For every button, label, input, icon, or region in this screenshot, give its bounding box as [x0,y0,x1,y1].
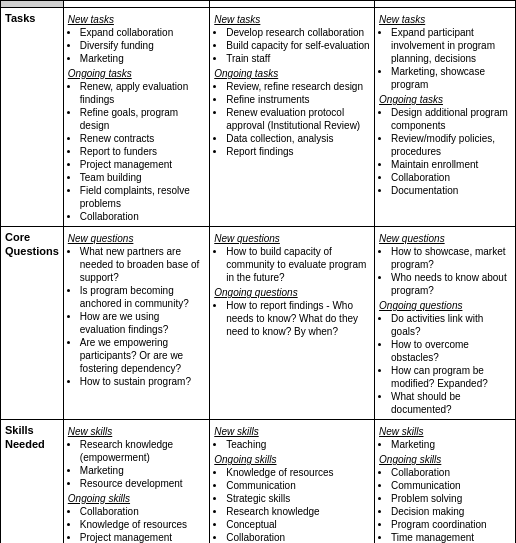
list-item: Diversify funding [80,39,205,52]
list-item: Review, refine research design [226,80,370,93]
cell-content: New skillsMarketingOngoing skillsCollabo… [379,425,511,543]
col-evaluator [210,1,375,8]
list-item: Is program becoming anchored in communit… [80,284,205,310]
cq-admin: New questionsWhat new partners are neede… [63,227,209,420]
main-table: Tasks New tasksExpand collaborationDiver… [0,0,516,543]
list-item: Time management [391,531,511,543]
list-item: Review/modify policies, procedures [391,132,511,158]
cell-content: New questionsWhat new partners are neede… [68,232,205,388]
new-tasks-title: New tasks [68,13,205,26]
ongoing-tasks-title: Ongoing tasks [379,93,511,106]
cq-evaluator: New questionsHow to build capacity of co… [210,227,375,420]
list-item: Are we empowering participants? Or are w… [80,336,205,375]
section-core-questions: Core Questions [1,227,64,420]
cell-content: New tasksExpand collaborationDiversify f… [68,13,205,223]
cell-content: New questionsHow to showcase, market pro… [379,232,511,416]
list-item: Refine instruments [226,93,370,106]
list-item: Report findings [226,145,370,158]
list-item: Marketing [80,464,205,477]
list-item: Expand collaboration [80,26,205,39]
new-tasks-title: New tasks [379,13,511,26]
tasks-evaluator: New tasksDevelop research collaborationB… [210,8,375,227]
list-item: Renew, apply evaluation findings [80,80,205,106]
skills-evaluator: New skillsTeachingOngoing skillsKnowledg… [210,420,375,544]
list-item: Refine goals, program design [80,106,205,132]
ongoing-tasks-title: Ongoing tasks [214,67,370,80]
list-item: Collaboration [80,210,205,223]
list-item: Develop research collaboration [226,26,370,39]
list-item: Knowledge of resources [80,518,205,531]
list-item: Problem solving [391,492,511,505]
new-tasks-title: New tasks [214,13,370,26]
list-item: Who needs to know about program? [391,271,511,297]
skills-staff: New skillsMarketingOngoing skillsCollabo… [375,420,516,544]
list-item: Conceptual [226,518,370,531]
list-item: Expand participant involvement in progra… [391,26,511,65]
ongoing-tasks-title: Ongoing questions [379,299,511,312]
ongoing-tasks-title: Ongoing questions [214,286,370,299]
list-item: Field complaints, resolve problems [80,184,205,210]
list-item: Program coordination [391,518,511,531]
list-item: Knowledge of resources [226,466,370,479]
section-skills: Skills Needed [1,420,64,544]
stage-label [1,1,64,8]
ongoing-tasks-title: Ongoing skills [68,492,205,505]
list-item: Do activities link with goals? [391,312,511,338]
list-item: Collaboration [226,531,370,543]
list-item: Decision making [391,505,511,518]
list-item: Data collection, analysis [226,132,370,145]
list-item: Marketing [391,438,511,451]
cq-staff: New questionsHow to showcase, market pro… [375,227,516,420]
tasks-staff: New tasksExpand participant involvement … [375,8,516,227]
new-tasks-title: New skills [214,425,370,438]
list-item: Strategic skills [226,492,370,505]
ongoing-tasks-title: Ongoing skills [379,453,511,466]
list-item: Collaboration [391,171,511,184]
tasks-admin: New tasksExpand collaborationDiversify f… [63,8,209,227]
list-item: Renew contracts [80,132,205,145]
list-item: Maintain enrollment [391,158,511,171]
cell-content: New questionsHow to build capacity of co… [214,232,370,338]
list-item: How to showcase, market program? [391,245,511,271]
ongoing-tasks-title: Ongoing skills [214,453,370,466]
new-tasks-title: New questions [68,232,205,245]
list-item: How to sustain program? [80,375,205,388]
list-item: Communication [226,479,370,492]
list-item: Train staff [226,52,370,65]
list-item: Research knowledge (empowerment) [80,438,205,464]
list-item: How to overcome obstacles? [391,338,511,364]
list-item: Research knowledge [226,505,370,518]
list-item: Design additional program components [391,106,511,132]
list-item: Team building [80,171,205,184]
cell-content: New tasksExpand participant involvement … [379,13,511,197]
list-item: How to report findings - Who needs to kn… [226,299,370,338]
list-item: Marketing [80,52,205,65]
new-tasks-title: New skills [68,425,205,438]
list-item: How can program be modified? Expanded? [391,364,511,390]
new-tasks-title: New questions [214,232,370,245]
cell-content: New tasksDevelop research collaborationB… [214,13,370,158]
list-item: Marketing, showcase program [391,65,511,91]
list-item: Collaboration [80,505,205,518]
list-item: Renew evaluation protocol approval (Inst… [226,106,370,132]
list-item: Documentation [391,184,511,197]
list-item: Build capacity for self-evaluation [226,39,370,52]
cell-content: New skillsResearch knowledge (empowermen… [68,425,205,543]
cell-content: New skillsTeachingOngoing skillsKnowledg… [214,425,370,543]
col-program-staff [375,1,516,8]
list-item: What new partners are needed to broaden … [80,245,205,284]
list-item: Report to funders [80,145,205,158]
col-admin [63,1,209,8]
new-tasks-title: New questions [379,232,511,245]
section-tasks: Tasks [1,8,64,227]
skills-admin: New skillsResearch knowledge (empowermen… [63,420,209,544]
new-tasks-title: New skills [379,425,511,438]
list-item: How are we using evaluation findings? [80,310,205,336]
list-item: What should be documented? [391,390,511,416]
list-item: How to build capacity of community to ev… [226,245,370,284]
list-item: Project management [80,158,205,171]
list-item: Project management [80,531,205,543]
ongoing-tasks-title: Ongoing tasks [68,67,205,80]
list-item: Resource development [80,477,205,490]
list-item: Communication [391,479,511,492]
